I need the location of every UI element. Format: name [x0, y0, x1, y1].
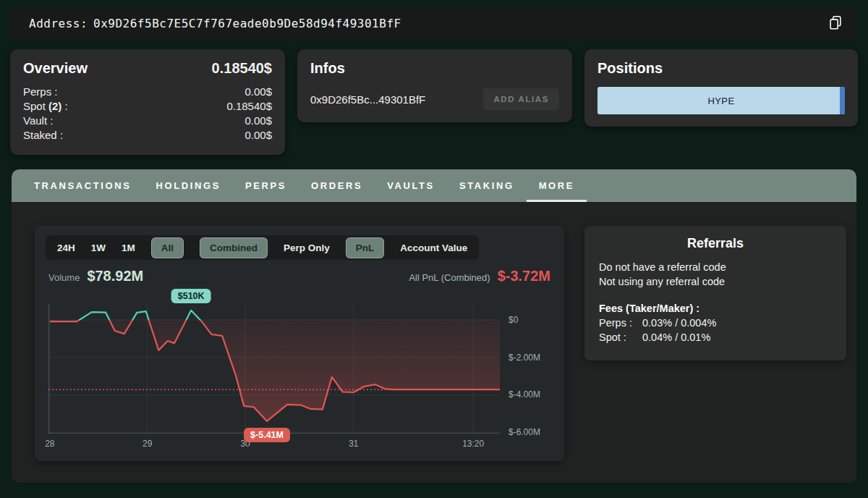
infos-card: Infos 0x9D26f5Bc...49301BfF ADD ALIAS [297, 49, 572, 122]
position-item-hype[interactable]: HYPE [597, 87, 845, 114]
copy-icon [827, 14, 843, 33]
referral-line-1: Do not have a referral code [599, 260, 832, 274]
x-axis-label: 13:20 [462, 439, 484, 449]
overview-row-value: 0.00$ [244, 128, 272, 143]
overview-row-staked: Staked : 0.00$ [23, 128, 272, 143]
copy-button[interactable] [825, 12, 846, 35]
tab-transactions[interactable]: TRANSACTIONS [22, 169, 143, 202]
overview-row-spot: Spot (2) : 0.18540$ [23, 99, 272, 114]
range-button-24h[interactable]: 24H [57, 242, 75, 253]
pnl-chart[interactable]: 2829303113:20$0$-2.00M$-4.00M$-6.00M$510… [48, 287, 553, 455]
address-text: Address:0x9D26f5Bc7E5C7f767eade0b9De58d9… [29, 17, 401, 30]
positions-card: Positions HYPE [584, 49, 858, 127]
range-button-all[interactable]: All [151, 237, 184, 258]
position-item-label: HYPE [707, 96, 734, 106]
overview-total-value: 0.18540$ [212, 60, 272, 77]
chart-badge-trough: $-5.41M [244, 428, 290, 442]
overview-row-value: 0.00$ [244, 114, 272, 128]
mode-button-combined[interactable]: Combined [200, 237, 268, 258]
address-value: 0x9D26f5Bc7E5C7f767eade0b9De58d94f49301B… [93, 17, 401, 30]
summary-cards-row: Overview 0.18540$ Perps : 0.00$ Spot (2)… [10, 49, 858, 155]
y-axis-label: $-2.00M [509, 353, 540, 363]
overview-row-value: 0.18540$ [226, 99, 272, 114]
fees-title: Fees (Taker/Maker) : [599, 301, 832, 316]
infos-short-address: 0x9D26f5Bc...49301BfF [310, 93, 425, 106]
infos-title: Infos [310, 60, 559, 77]
pnl-value: $-3.72M [498, 268, 550, 284]
tab-vaults[interactable]: VAULTS [375, 169, 447, 202]
positions-scrollbar[interactable] [840, 87, 845, 114]
tab-holdings[interactable]: HOLDINGS [143, 169, 232, 202]
fee-value: 0.03% / 0.004% [642, 316, 716, 330]
pnl-chart-card: 24H 1W 1M All Combined Perp Only PnL Acc… [35, 226, 564, 461]
tab-orders[interactable]: ORDERS [299, 169, 375, 202]
tab-more[interactable]: MORE [527, 169, 587, 202]
overview-title: Overview [23, 60, 88, 77]
main-panel: TRANSACTIONS HOLDINGS PERPS ORDERS VAULT… [12, 169, 856, 483]
overview-row-vault: Vault : 0.00$ [23, 114, 272, 128]
pnl-label: All PnL (Combined) [409, 272, 490, 283]
range-button-1w[interactable]: 1W [91, 242, 106, 253]
pnl-chart-canvas[interactable] [48, 303, 500, 434]
add-alias-button[interactable]: ADD ALIAS [483, 88, 559, 110]
x-axis-label: 29 [142, 439, 152, 449]
volume-label: Volume [48, 272, 80, 283]
volume-value: $78.92M [87, 268, 143, 284]
positions-title: Positions [597, 60, 845, 77]
x-axis-label: 28 [45, 439, 54, 449]
tabs-bar: TRANSACTIONS HOLDINGS PERPS ORDERS VAULT… [12, 169, 856, 202]
mode-button-perp-only[interactable]: Perp Only [284, 242, 330, 253]
fee-row-spot: Spot : 0.04% / 0.01% [599, 330, 832, 345]
chart-controls: 24H 1W 1M All Combined Perp Only PnL Acc… [46, 235, 479, 260]
metric-button-pnl[interactable]: PnL [346, 237, 385, 258]
y-axis-label: $-4.00M [509, 389, 540, 400]
fee-row-perps: Perps : 0.03% / 0.004% [599, 316, 832, 330]
range-button-1m[interactable]: 1M [122, 242, 135, 253]
referrals-card: Referrals Do not have a referral code No… [584, 226, 846, 360]
chart-stats-row: Volume $78.92M All PnL (Combined) $-3.72… [48, 268, 550, 284]
metric-button-account-value[interactable]: Account Value [400, 242, 467, 253]
overview-row-value: 0.00$ [244, 85, 272, 99]
fee-value: 0.04% / 0.01% [642, 330, 710, 345]
x-axis-label: 31 [349, 439, 358, 449]
y-axis-label: $0 [509, 315, 518, 325]
tab-perps[interactable]: PERPS [233, 169, 299, 202]
tab-staking[interactable]: STAKING [447, 169, 527, 202]
y-axis-label: $-6.00M [509, 427, 540, 437]
referrals-title: Referrals [599, 236, 832, 251]
overview-row-perps: Perps : 0.00$ [23, 85, 272, 99]
chart-badge-peak: $510K [171, 289, 211, 303]
address-label: Address: [29, 17, 88, 30]
address-bar: Address:0x9D26f5Bc7E5C7f767eade0b9De58d9… [10, 7, 858, 39]
referral-line-2: Not using any referral code [599, 274, 832, 289]
overview-card: Overview 0.18540$ Perps : 0.00$ Spot (2)… [10, 49, 285, 155]
